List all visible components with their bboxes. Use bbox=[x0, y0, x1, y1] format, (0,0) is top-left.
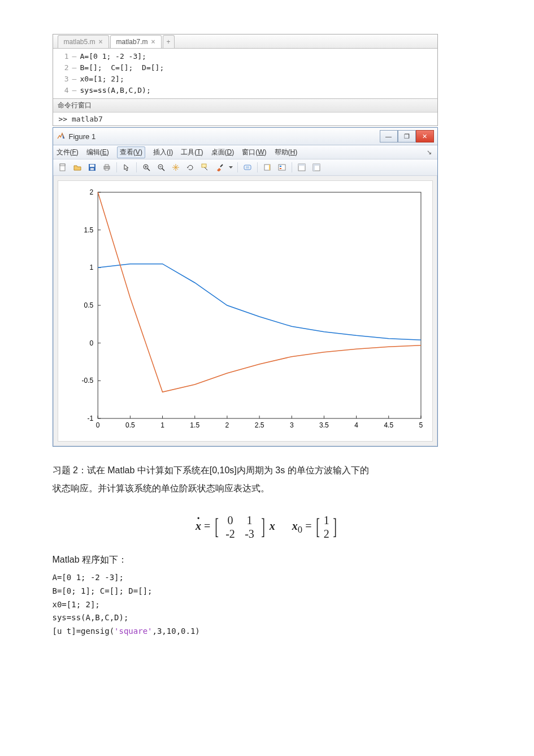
svg-line-16 bbox=[205, 167, 207, 170]
problem-text-line2: 状态响应。并计算该系统的单位阶跃状态响应表达式。 bbox=[53, 479, 482, 498]
editor-code[interactable]: 1–A=[0 1; -2 -3]; 2–B=[]; C=[]; D=[]; 3–… bbox=[53, 49, 437, 98]
menu-insert[interactable]: 插入(I) bbox=[153, 148, 173, 157]
figure-menubar: 文件(F) 编辑(E) 查看(V) 插入(I) 工具(T) 桌面(D) 窗口(W… bbox=[53, 145, 437, 159]
svg-text:3.5: 3.5 bbox=[319, 421, 329, 429]
svg-text:0.5: 0.5 bbox=[125, 421, 135, 429]
menu-window[interactable]: 窗口(W) bbox=[242, 148, 266, 157]
svg-rect-21 bbox=[269, 165, 270, 170]
svg-rect-6 bbox=[105, 165, 108, 166]
zoom-out-icon[interactable] bbox=[155, 161, 167, 174]
svg-text:0: 0 bbox=[89, 339, 93, 347]
svg-text:1: 1 bbox=[160, 421, 164, 429]
minimize-button[interactable]: — bbox=[380, 130, 398, 142]
svg-text:0.5: 0.5 bbox=[84, 301, 93, 309]
close-icon[interactable]: × bbox=[99, 38, 103, 46]
svg-text:1.5: 1.5 bbox=[84, 226, 93, 234]
code-line: sys=ss(A,B,C,D); bbox=[53, 611, 482, 625]
figure-toolbar bbox=[53, 159, 437, 176]
listing-header: Matlab 程序如下： bbox=[53, 551, 482, 569]
brush-icon[interactable] bbox=[214, 161, 226, 174]
colorbar-icon[interactable] bbox=[261, 161, 273, 174]
datatip-icon[interactable] bbox=[199, 161, 211, 174]
code-line: x0=[1; 2]; bbox=[80, 74, 124, 85]
editor-tab-matlab7[interactable]: matlab7.m × bbox=[110, 35, 162, 48]
svg-rect-3 bbox=[90, 165, 94, 167]
code-line: B=[0; 1]; C=[]; D=[]; bbox=[53, 585, 482, 598]
code-line: A=[0 1; -2 -3]; bbox=[53, 571, 482, 585]
menu-expand-icon[interactable]: ↘ bbox=[424, 149, 434, 156]
rotate-icon[interactable] bbox=[184, 161, 197, 174]
code-line: sys=ss(A,B,C,D); bbox=[80, 85, 151, 96]
zoom-in-icon[interactable] bbox=[140, 161, 153, 174]
svg-text:-1: -1 bbox=[87, 414, 93, 422]
menu-tools[interactable]: 工具(T) bbox=[181, 148, 203, 157]
close-icon[interactable]: × bbox=[151, 38, 155, 46]
menu-view[interactable]: 查看(V) bbox=[117, 146, 145, 158]
svg-line-9 bbox=[147, 169, 150, 171]
open-icon[interactable] bbox=[71, 161, 84, 174]
menu-edit[interactable]: 编辑(E) bbox=[86, 148, 109, 157]
svg-text:2: 2 bbox=[89, 188, 93, 196]
formula: x = [ 01 -2-3 ] x x0 = [ 1 2 ] bbox=[53, 513, 482, 541]
svg-rect-30 bbox=[98, 192, 421, 418]
print-icon[interactable] bbox=[101, 161, 113, 174]
figure-axes[interactable]: 00.511.522.533.544.55-1-0.500.511.52 bbox=[58, 180, 433, 442]
figure-window: Figure 1 — ❐ ✕ 文件(F) 编辑(E) 查看(V) 插入(I) 工… bbox=[53, 127, 438, 447]
svg-line-17 bbox=[220, 165, 223, 167]
svg-rect-26 bbox=[298, 164, 305, 166]
svg-rect-7 bbox=[105, 169, 108, 170]
figure-title: Figure 1 bbox=[69, 132, 380, 141]
svg-text:4.5: 4.5 bbox=[384, 421, 393, 429]
pointer-icon[interactable] bbox=[120, 161, 133, 174]
svg-text:1.5: 1.5 bbox=[190, 421, 199, 429]
figure-titlebar[interactable]: Figure 1 — ❐ ✕ bbox=[53, 128, 437, 145]
hide-tools-icon[interactable] bbox=[296, 161, 308, 174]
show-tools-icon[interactable] bbox=[310, 161, 323, 174]
code-line: x0=[1; 2]; bbox=[53, 598, 482, 612]
command-prompt[interactable]: >> matlab7 bbox=[53, 113, 437, 126]
svg-text:2.5: 2.5 bbox=[254, 421, 264, 429]
svg-rect-4 bbox=[90, 168, 94, 170]
svg-rect-1 bbox=[60, 164, 65, 166]
menu-help[interactable]: 帮助(H) bbox=[275, 148, 298, 157]
maximize-button[interactable]: ❐ bbox=[398, 130, 416, 142]
code-line: A=[0 1; -2 -3]; bbox=[80, 51, 146, 62]
svg-text:3: 3 bbox=[289, 421, 293, 429]
code-line: [u t]=gensig('square',3,10,0.1) bbox=[53, 625, 482, 638]
code-listing: A=[0 1; -2 -3]; B=[0; 1]; C=[]; D=[]; x0… bbox=[53, 571, 482, 638]
save-icon[interactable] bbox=[86, 161, 98, 174]
editor-tab-add[interactable]: + bbox=[163, 35, 175, 48]
svg-text:-0.5: -0.5 bbox=[81, 377, 93, 385]
problem-text-line1: 习题 2：试在 Matlab 中计算如下系统在[0,10s]内周期为 3s 的单… bbox=[53, 461, 482, 479]
tab-label: matlab7.m bbox=[116, 38, 148, 46]
svg-text:1: 1 bbox=[89, 263, 93, 271]
editor-tab-matlab5[interactable]: matlab5.m × bbox=[58, 35, 109, 48]
legend-icon[interactable] bbox=[276, 161, 288, 174]
svg-rect-19 bbox=[246, 166, 249, 169]
svg-rect-29 bbox=[313, 164, 320, 166]
code-line: B=[]; C=[]; D=[]; bbox=[80, 62, 164, 74]
svg-text:5: 5 bbox=[419, 421, 423, 429]
command-window-title: 命令行窗口 bbox=[53, 99, 437, 113]
pan-icon[interactable] bbox=[170, 161, 182, 174]
dropdown-icon[interactable] bbox=[228, 161, 234, 174]
new-icon[interactable] bbox=[57, 161, 69, 174]
editor-panel: matlab5.m × matlab7.m × + 1–A=[0 1; -2 -… bbox=[53, 34, 438, 126]
svg-text:2: 2 bbox=[225, 421, 229, 429]
matlab-icon bbox=[57, 132, 66, 141]
command-window: 命令行窗口 >> matlab7 bbox=[53, 98, 437, 126]
tab-label: matlab5.m bbox=[64, 38, 95, 46]
svg-rect-22 bbox=[279, 165, 285, 170]
svg-text:0: 0 bbox=[95, 421, 99, 429]
menu-desktop[interactable]: 桌面(D) bbox=[211, 148, 235, 157]
close-button[interactable]: ✕ bbox=[416, 130, 434, 142]
svg-text:4: 4 bbox=[354, 421, 358, 429]
svg-line-13 bbox=[162, 169, 164, 171]
svg-rect-15 bbox=[202, 164, 206, 167]
link-icon[interactable] bbox=[241, 161, 254, 174]
editor-tabbar: matlab5.m × matlab7.m × + bbox=[53, 34, 437, 49]
menu-file[interactable]: 文件(F) bbox=[57, 148, 79, 157]
